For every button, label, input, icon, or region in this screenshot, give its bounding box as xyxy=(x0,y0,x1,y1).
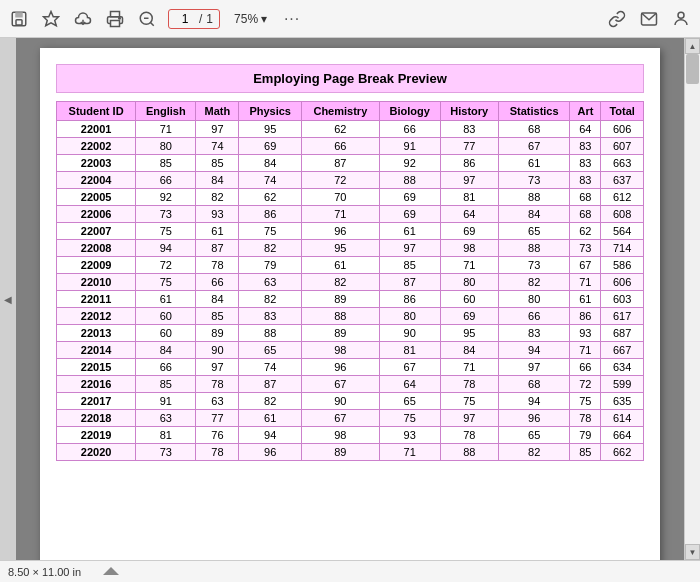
left-panel-toggle[interactable] xyxy=(0,38,16,560)
table-cell: 96 xyxy=(498,410,570,427)
table-cell: 73 xyxy=(498,172,570,189)
table-cell: 22010 xyxy=(57,274,136,291)
table-cell: 75 xyxy=(239,223,302,240)
table-cell: 60 xyxy=(136,325,196,342)
scroll-down-button[interactable]: ▼ xyxy=(685,544,700,560)
page-number-input[interactable] xyxy=(175,12,195,26)
table-cell: 66 xyxy=(379,121,440,138)
table-cell: 77 xyxy=(196,410,239,427)
cloud-button[interactable] xyxy=(72,8,94,30)
table-cell: 84 xyxy=(196,291,239,308)
table-cell: 64 xyxy=(379,376,440,393)
table-cell: 87 xyxy=(379,274,440,291)
table-cell: 89 xyxy=(302,291,380,308)
scroll-thumb[interactable] xyxy=(686,54,699,84)
data-table: Student IDEnglishMathPhysicsChemistryBio… xyxy=(56,101,644,461)
table-cell: 98 xyxy=(440,240,498,257)
table-cell: 97 xyxy=(440,172,498,189)
table-cell: 74 xyxy=(196,138,239,155)
table-cell: 65 xyxy=(498,427,570,444)
table-cell: 82 xyxy=(239,291,302,308)
table-cell: 664 xyxy=(601,427,644,444)
table-cell: 76 xyxy=(196,427,239,444)
table-cell: 67 xyxy=(498,138,570,155)
table-cell: 65 xyxy=(379,393,440,410)
table-cell: 22017 xyxy=(57,393,136,410)
table-cell: 88 xyxy=(498,189,570,206)
table-cell: 79 xyxy=(239,257,302,274)
user-button[interactable] xyxy=(670,8,692,30)
table-cell: 73 xyxy=(570,240,601,257)
table-cell: 72 xyxy=(570,376,601,393)
table-cell: 85 xyxy=(136,155,196,172)
table-cell: 60 xyxy=(136,308,196,325)
zoom-selector[interactable]: 75% ▾ xyxy=(230,10,271,28)
table-row: 220046684747288977383637 xyxy=(57,172,644,189)
scroll-up-button[interactable]: ▲ xyxy=(685,38,700,54)
scroll-indicator xyxy=(101,565,121,579)
table-cell: 22003 xyxy=(57,155,136,172)
mail-button[interactable] xyxy=(638,8,660,30)
scroll-track[interactable] xyxy=(685,54,700,544)
table-cell: 79 xyxy=(570,427,601,444)
page-navigation[interactable]: / 1 xyxy=(168,9,220,29)
table-row: 220038585848792866183663 xyxy=(57,155,644,172)
column-header: Total xyxy=(601,102,644,121)
table-cell: 22015 xyxy=(57,359,136,376)
table-cell: 63 xyxy=(196,393,239,410)
table-cell: 564 xyxy=(601,223,644,240)
table-cell: 97 xyxy=(196,359,239,376)
table-cell: 80 xyxy=(136,138,196,155)
table-cell: 71 xyxy=(570,274,601,291)
table-cell: 86 xyxy=(440,155,498,172)
document-title: Employing Page Break Preview xyxy=(56,64,644,93)
link-button[interactable] xyxy=(606,8,628,30)
table-cell: 63 xyxy=(136,410,196,427)
table-cell: 22005 xyxy=(57,189,136,206)
table-cell: 22020 xyxy=(57,444,136,461)
svg-rect-2 xyxy=(16,19,22,24)
table-cell: 91 xyxy=(379,138,440,155)
table-row: 220107566638287808271606 xyxy=(57,274,644,291)
table-cell: 60 xyxy=(440,291,498,308)
table-cell: 61 xyxy=(196,223,239,240)
table-cell: 22011 xyxy=(57,291,136,308)
table-cell: 84 xyxy=(498,206,570,223)
pdf-viewer[interactable]: Employing Page Break Preview Student IDE… xyxy=(16,38,684,560)
svg-marker-3 xyxy=(44,11,59,25)
table-cell: 61 xyxy=(498,155,570,172)
table-cell: 62 xyxy=(570,223,601,240)
table-cell: 64 xyxy=(570,121,601,138)
table-cell: 97 xyxy=(379,240,440,257)
page-total: 1 xyxy=(206,12,213,26)
table-cell: 67 xyxy=(570,257,601,274)
table-cell: 82 xyxy=(302,274,380,291)
zoom-button[interactable] xyxy=(136,8,158,30)
table-cell: 68 xyxy=(498,376,570,393)
table-cell: 89 xyxy=(302,325,380,342)
table-cell: 85 xyxy=(136,376,196,393)
table-cell: 586 xyxy=(601,257,644,274)
table-cell: 22012 xyxy=(57,308,136,325)
table-cell: 88 xyxy=(440,444,498,461)
table-cell: 83 xyxy=(239,308,302,325)
vertical-scrollbar: ▲ ▼ xyxy=(684,38,700,560)
print-button[interactable] xyxy=(104,8,126,30)
more-button[interactable]: ··· xyxy=(281,8,303,30)
table-row: 220089487829597988873714 xyxy=(57,240,644,257)
table-cell: 95 xyxy=(440,325,498,342)
table-cell: 90 xyxy=(302,393,380,410)
star-button[interactable] xyxy=(40,8,62,30)
table-cell: 66 xyxy=(498,308,570,325)
table-cell: 612 xyxy=(601,189,644,206)
table-cell: 78 xyxy=(440,427,498,444)
table-cell: 93 xyxy=(379,427,440,444)
table-cell: 62 xyxy=(302,121,380,138)
save-button[interactable] xyxy=(8,8,30,30)
table-cell: 67 xyxy=(302,376,380,393)
table-cell: 635 xyxy=(601,393,644,410)
table-cell: 75 xyxy=(136,223,196,240)
table-cell: 71 xyxy=(440,359,498,376)
table-cell: 94 xyxy=(498,342,570,359)
svg-rect-6 xyxy=(111,20,120,26)
